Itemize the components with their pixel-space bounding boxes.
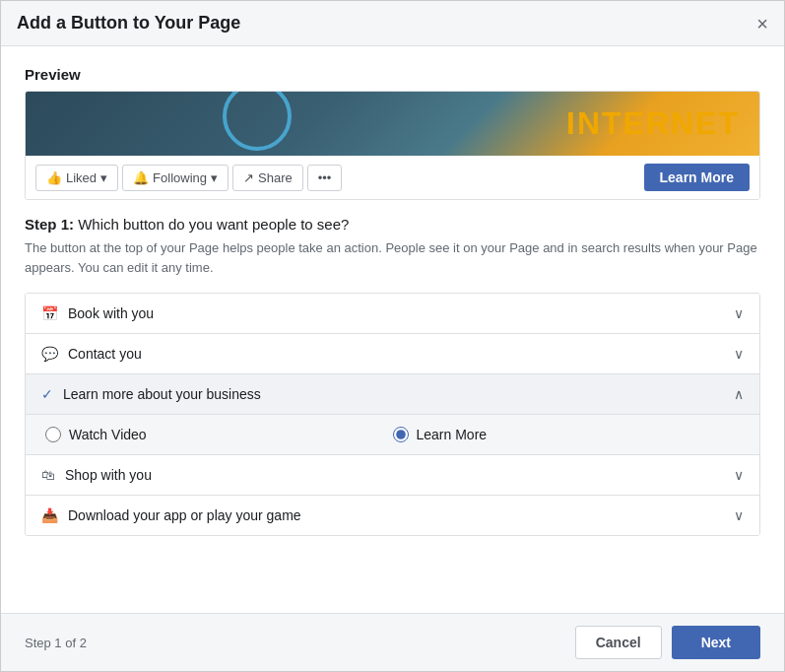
share-icon: ↗ <box>243 170 254 185</box>
following-label: Following <box>153 170 207 185</box>
next-button[interactable]: Next <box>672 626 760 659</box>
preview-box: INTERNET 👍 Liked ▾ 🔔 Following ▾ ↗ <box>25 91 760 200</box>
accordion-shop-label: Shop with you <box>65 467 152 483</box>
accordion-header-contact-left: 💬 Contact you <box>41 346 142 362</box>
preview-actions-left: 👍 Liked ▾ 🔔 Following ▾ ↗ Share ••• <box>35 165 342 191</box>
watch-video-option[interactable]: Watch Video <box>45 427 393 442</box>
following-chevron-icon: ▾ <box>211 170 218 185</box>
accordion-item-download: 📥 Download your app or play your game ∨ <box>26 496 759 535</box>
accordion-item-learn-more: ✓ Learn more about your business ∧ Watch… <box>26 374 759 455</box>
accordion-header-download[interactable]: 📥 Download your app or play your game ∨ <box>26 496 759 535</box>
accordion-contact-label: Contact you <box>68 346 142 362</box>
accordion-download-label: Download your app or play your game <box>68 507 301 523</box>
cancel-button[interactable]: Cancel <box>575 626 662 659</box>
liked-chevron-icon: ▾ <box>100 170 107 185</box>
accordion-shop-chevron-icon: ∨ <box>734 467 744 483</box>
close-button[interactable]: × <box>756 14 768 34</box>
learn-more-radio-input[interactable] <box>393 427 409 442</box>
modal-title: Add a Button to Your Page <box>17 13 240 34</box>
following-button[interactable]: 🔔 Following ▾ <box>122 165 229 191</box>
learn-more-radio-label: Learn More <box>417 427 488 442</box>
accordion-header-book-left: 📅 Book with you <box>41 305 154 321</box>
share-button[interactable]: ↗ Share <box>232 165 303 191</box>
preview-label: Preview <box>25 66 760 83</box>
accordion-contact-chevron-icon: ∨ <box>734 346 744 362</box>
calendar-icon: 📅 <box>41 305 58 321</box>
accordion-header-shop[interactable]: 🛍 Shop with you ∨ <box>26 455 759 495</box>
modal-container: Add a Button to Your Page × Preview INTE… <box>0 0 785 672</box>
accordion-header-book[interactable]: 📅 Book with you ∨ <box>26 294 759 333</box>
preview-actions-bar: 👍 Liked ▾ 🔔 Following ▾ ↗ Share ••• <box>26 156 759 199</box>
step-section: Step 1: Which button do you want people … <box>25 216 760 536</box>
accordion-header-download-left: 📥 Download your app or play your game <box>41 507 301 523</box>
download-icon: 📥 <box>41 507 58 523</box>
preview-image-text: INTERNET <box>566 105 740 142</box>
chat-icon: 💬 <box>41 346 58 362</box>
accordion-book-chevron-icon: ∨ <box>734 305 744 321</box>
learn-more-radio-group: Watch Video Learn More <box>45 427 740 442</box>
more-options-button[interactable]: ••• <box>307 165 343 191</box>
accordion-learn-more-chevron-icon: ∧ <box>734 386 744 402</box>
thumbs-up-icon: 👍 <box>46 170 62 185</box>
modal-body: Preview INTERNET 👍 Liked ▾ 🔔 Following ▾ <box>1 46 784 613</box>
accordion-header-learn-more[interactable]: ✓ Learn more about your business ∧ <box>26 374 759 414</box>
shop-icon: 🛍 <box>41 467 55 483</box>
step-number: Step 1: <box>25 216 74 233</box>
accordion-item-shop: 🛍 Shop with you ∨ <box>26 455 759 496</box>
preview-learn-more-button[interactable]: Learn More <box>644 164 750 191</box>
share-label: Share <box>258 170 293 185</box>
accordion-item-contact: 💬 Contact you ∨ <box>26 334 759 374</box>
accordion-item-book: 📅 Book with you ∨ <box>26 294 759 334</box>
modal-footer: Step 1 of 2 Cancel Next <box>1 613 784 671</box>
learn-more-radio-option[interactable]: Learn More <box>393 427 741 442</box>
modal-header: Add a Button to Your Page × <box>1 1 784 46</box>
button-type-accordion: 📅 Book with you ∨ 💬 Contact you ∨ <box>25 293 760 536</box>
accordion-header-learn-more-left: ✓ Learn more about your business <box>41 386 261 402</box>
ellipsis-icon: ••• <box>318 170 332 185</box>
accordion-download-chevron-icon: ∨ <box>734 507 744 523</box>
step-title: Step 1: Which button do you want people … <box>25 216 760 233</box>
bell-icon: 🔔 <box>133 170 149 185</box>
accordion-content-learn-more: Watch Video Learn More <box>26 414 759 454</box>
preview-circle-decoration <box>223 92 292 151</box>
accordion-header-shop-left: 🛍 Shop with you <box>41 467 152 483</box>
liked-button[interactable]: 👍 Liked ▾ <box>35 165 118 191</box>
check-icon: ✓ <box>41 386 53 402</box>
watch-video-label: Watch Video <box>69 427 147 442</box>
footer-buttons: Cancel Next <box>575 626 760 659</box>
liked-label: Liked <box>66 170 97 185</box>
step-description: The button at the top of your Page helps… <box>25 238 760 277</box>
step-title-text: Which button do you want people to see? <box>74 216 349 233</box>
accordion-header-contact[interactable]: 💬 Contact you ∨ <box>26 334 759 373</box>
watch-video-radio[interactable] <box>45 427 61 442</box>
accordion-book-label: Book with you <box>68 305 154 321</box>
accordion-learn-more-label: Learn more about your business <box>63 386 261 402</box>
preview-image: INTERNET <box>26 92 759 156</box>
step-indicator: Step 1 of 2 <box>25 636 87 650</box>
